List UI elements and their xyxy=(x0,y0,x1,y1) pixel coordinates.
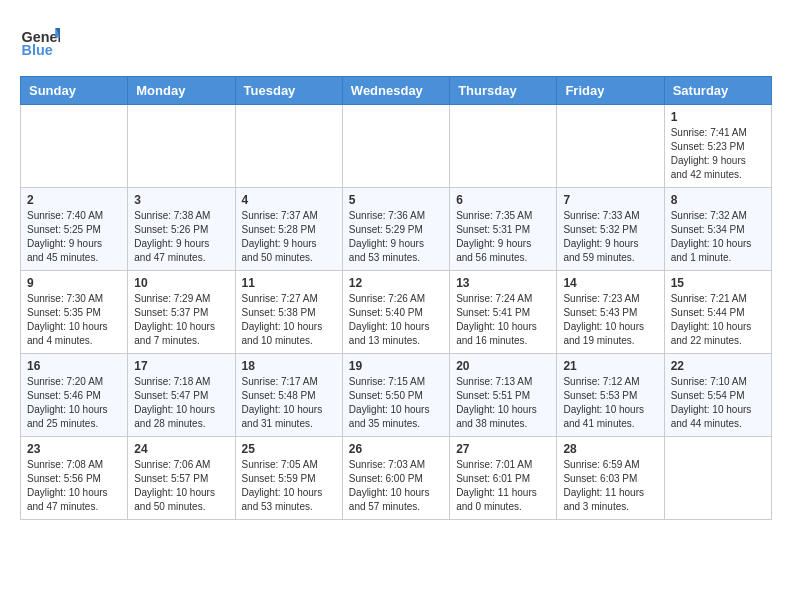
calendar-cell: 23Sunrise: 7:08 AM Sunset: 5:56 PM Dayli… xyxy=(21,437,128,520)
calendar-cell: 21Sunrise: 7:12 AM Sunset: 5:53 PM Dayli… xyxy=(557,354,664,437)
day-info: Sunrise: 7:10 AM Sunset: 5:54 PM Dayligh… xyxy=(671,375,765,431)
calendar-cell: 13Sunrise: 7:24 AM Sunset: 5:41 PM Dayli… xyxy=(450,271,557,354)
day-info: Sunrise: 7:32 AM Sunset: 5:34 PM Dayligh… xyxy=(671,209,765,265)
calendar-cell xyxy=(342,105,449,188)
calendar-week-4: 16Sunrise: 7:20 AM Sunset: 5:46 PM Dayli… xyxy=(21,354,772,437)
day-number: 7 xyxy=(563,193,657,207)
day-number: 9 xyxy=(27,276,121,290)
weekday-header-friday: Friday xyxy=(557,77,664,105)
day-number: 3 xyxy=(134,193,228,207)
day-info: Sunrise: 7:06 AM Sunset: 5:57 PM Dayligh… xyxy=(134,458,228,514)
day-number: 6 xyxy=(456,193,550,207)
calendar-week-2: 2Sunrise: 7:40 AM Sunset: 5:25 PM Daylig… xyxy=(21,188,772,271)
day-info: Sunrise: 7:17 AM Sunset: 5:48 PM Dayligh… xyxy=(242,375,336,431)
calendar-week-5: 23Sunrise: 7:08 AM Sunset: 5:56 PM Dayli… xyxy=(21,437,772,520)
day-number: 17 xyxy=(134,359,228,373)
calendar-cell xyxy=(450,105,557,188)
day-number: 13 xyxy=(456,276,550,290)
day-info: Sunrise: 7:40 AM Sunset: 5:25 PM Dayligh… xyxy=(27,209,121,265)
calendar-cell: 6Sunrise: 7:35 AM Sunset: 5:31 PM Daylig… xyxy=(450,188,557,271)
calendar-cell: 19Sunrise: 7:15 AM Sunset: 5:50 PM Dayli… xyxy=(342,354,449,437)
calendar-cell: 5Sunrise: 7:36 AM Sunset: 5:29 PM Daylig… xyxy=(342,188,449,271)
calendar-cell: 10Sunrise: 7:29 AM Sunset: 5:37 PM Dayli… xyxy=(128,271,235,354)
day-number: 10 xyxy=(134,276,228,290)
weekday-header-sunday: Sunday xyxy=(21,77,128,105)
day-info: Sunrise: 7:08 AM Sunset: 5:56 PM Dayligh… xyxy=(27,458,121,514)
day-number: 24 xyxy=(134,442,228,456)
logo-icon: General Blue xyxy=(20,20,60,60)
calendar-week-3: 9Sunrise: 7:30 AM Sunset: 5:35 PM Daylig… xyxy=(21,271,772,354)
day-info: Sunrise: 7:01 AM Sunset: 6:01 PM Dayligh… xyxy=(456,458,550,514)
day-info: Sunrise: 7:30 AM Sunset: 5:35 PM Dayligh… xyxy=(27,292,121,348)
calendar-cell: 17Sunrise: 7:18 AM Sunset: 5:47 PM Dayli… xyxy=(128,354,235,437)
day-number: 15 xyxy=(671,276,765,290)
day-info: Sunrise: 7:33 AM Sunset: 5:32 PM Dayligh… xyxy=(563,209,657,265)
day-info: Sunrise: 7:23 AM Sunset: 5:43 PM Dayligh… xyxy=(563,292,657,348)
logo: General Blue xyxy=(20,20,64,60)
day-info: Sunrise: 7:41 AM Sunset: 5:23 PM Dayligh… xyxy=(671,126,765,182)
day-number: 5 xyxy=(349,193,443,207)
calendar-header-row: SundayMondayTuesdayWednesdayThursdayFrid… xyxy=(21,77,772,105)
day-number: 20 xyxy=(456,359,550,373)
day-info: Sunrise: 7:18 AM Sunset: 5:47 PM Dayligh… xyxy=(134,375,228,431)
calendar-cell: 3Sunrise: 7:38 AM Sunset: 5:26 PM Daylig… xyxy=(128,188,235,271)
day-number: 27 xyxy=(456,442,550,456)
day-info: Sunrise: 7:27 AM Sunset: 5:38 PM Dayligh… xyxy=(242,292,336,348)
calendar-cell: 16Sunrise: 7:20 AM Sunset: 5:46 PM Dayli… xyxy=(21,354,128,437)
calendar-cell xyxy=(664,437,771,520)
day-number: 12 xyxy=(349,276,443,290)
day-info: Sunrise: 7:36 AM Sunset: 5:29 PM Dayligh… xyxy=(349,209,443,265)
day-info: Sunrise: 7:29 AM Sunset: 5:37 PM Dayligh… xyxy=(134,292,228,348)
calendar-cell: 14Sunrise: 7:23 AM Sunset: 5:43 PM Dayli… xyxy=(557,271,664,354)
day-number: 16 xyxy=(27,359,121,373)
calendar-cell: 18Sunrise: 7:17 AM Sunset: 5:48 PM Dayli… xyxy=(235,354,342,437)
calendar-cell: 22Sunrise: 7:10 AM Sunset: 5:54 PM Dayli… xyxy=(664,354,771,437)
calendar-cell: 4Sunrise: 7:37 AM Sunset: 5:28 PM Daylig… xyxy=(235,188,342,271)
day-info: Sunrise: 7:12 AM Sunset: 5:53 PM Dayligh… xyxy=(563,375,657,431)
calendar-cell: 27Sunrise: 7:01 AM Sunset: 6:01 PM Dayli… xyxy=(450,437,557,520)
calendar-cell: 26Sunrise: 7:03 AM Sunset: 6:00 PM Dayli… xyxy=(342,437,449,520)
calendar-cell: 7Sunrise: 7:33 AM Sunset: 5:32 PM Daylig… xyxy=(557,188,664,271)
calendar-cell: 9Sunrise: 7:30 AM Sunset: 5:35 PM Daylig… xyxy=(21,271,128,354)
calendar-cell: 25Sunrise: 7:05 AM Sunset: 5:59 PM Dayli… xyxy=(235,437,342,520)
day-number: 14 xyxy=(563,276,657,290)
weekday-header-wednesday: Wednesday xyxy=(342,77,449,105)
day-number: 11 xyxy=(242,276,336,290)
day-info: Sunrise: 7:38 AM Sunset: 5:26 PM Dayligh… xyxy=(134,209,228,265)
day-number: 21 xyxy=(563,359,657,373)
day-number: 2 xyxy=(27,193,121,207)
day-number: 4 xyxy=(242,193,336,207)
calendar-cell: 12Sunrise: 7:26 AM Sunset: 5:40 PM Dayli… xyxy=(342,271,449,354)
day-info: Sunrise: 6:59 AM Sunset: 6:03 PM Dayligh… xyxy=(563,458,657,514)
day-info: Sunrise: 7:26 AM Sunset: 5:40 PM Dayligh… xyxy=(349,292,443,348)
day-number: 26 xyxy=(349,442,443,456)
calendar-cell: 2Sunrise: 7:40 AM Sunset: 5:25 PM Daylig… xyxy=(21,188,128,271)
calendar-cell: 8Sunrise: 7:32 AM Sunset: 5:34 PM Daylig… xyxy=(664,188,771,271)
day-number: 22 xyxy=(671,359,765,373)
day-info: Sunrise: 7:15 AM Sunset: 5:50 PM Dayligh… xyxy=(349,375,443,431)
day-info: Sunrise: 7:37 AM Sunset: 5:28 PM Dayligh… xyxy=(242,209,336,265)
calendar-cell xyxy=(128,105,235,188)
weekday-header-thursday: Thursday xyxy=(450,77,557,105)
calendar-week-1: 1Sunrise: 7:41 AM Sunset: 5:23 PM Daylig… xyxy=(21,105,772,188)
calendar-cell xyxy=(21,105,128,188)
day-number: 19 xyxy=(349,359,443,373)
day-info: Sunrise: 7:21 AM Sunset: 5:44 PM Dayligh… xyxy=(671,292,765,348)
weekday-header-tuesday: Tuesday xyxy=(235,77,342,105)
calendar-cell: 11Sunrise: 7:27 AM Sunset: 5:38 PM Dayli… xyxy=(235,271,342,354)
calendar-cell xyxy=(557,105,664,188)
page-header: General Blue xyxy=(20,20,772,60)
calendar-cell: 1Sunrise: 7:41 AM Sunset: 5:23 PM Daylig… xyxy=(664,105,771,188)
day-number: 25 xyxy=(242,442,336,456)
day-info: Sunrise: 7:13 AM Sunset: 5:51 PM Dayligh… xyxy=(456,375,550,431)
day-number: 28 xyxy=(563,442,657,456)
weekday-header-saturday: Saturday xyxy=(664,77,771,105)
calendar-cell: 20Sunrise: 7:13 AM Sunset: 5:51 PM Dayli… xyxy=(450,354,557,437)
day-info: Sunrise: 7:03 AM Sunset: 6:00 PM Dayligh… xyxy=(349,458,443,514)
weekday-header-monday: Monday xyxy=(128,77,235,105)
calendar-cell: 28Sunrise: 6:59 AM Sunset: 6:03 PM Dayli… xyxy=(557,437,664,520)
day-number: 1 xyxy=(671,110,765,124)
svg-text:Blue: Blue xyxy=(22,42,53,58)
day-info: Sunrise: 7:05 AM Sunset: 5:59 PM Dayligh… xyxy=(242,458,336,514)
day-number: 18 xyxy=(242,359,336,373)
